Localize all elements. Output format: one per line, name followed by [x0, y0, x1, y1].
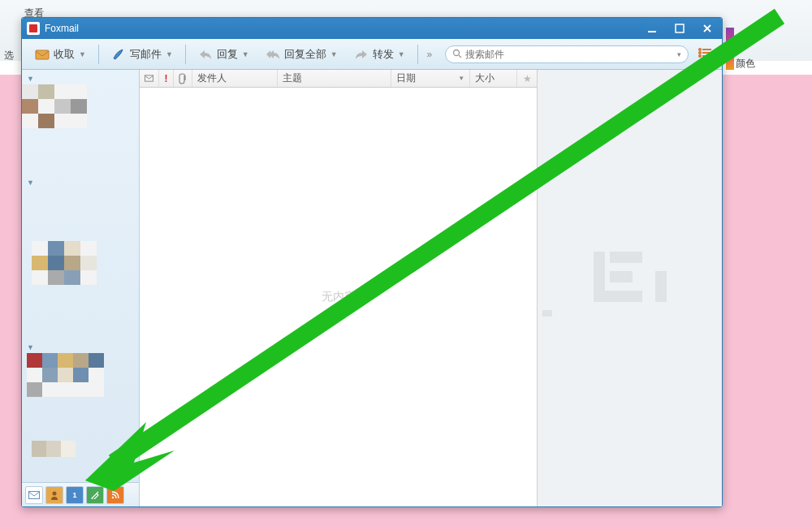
sidebar: ▼ ▼ ▼ [22, 70, 140, 506]
compose-label: 写邮件 [130, 47, 162, 62]
dropdown-icon: ▼ [398, 50, 405, 58]
forward-icon [354, 47, 369, 62]
toolbar: 收取 ▼ 写邮件 ▼ 回复 ▼ 回复全部 ▼ [22, 39, 722, 70]
preview-pane [538, 70, 722, 506]
column-headers: ! 发件人 主题 日期▼ 大小 ★ [140, 70, 537, 88]
contacts-tab-icon[interactable] [45, 486, 63, 504]
svg-rect-1 [676, 24, 684, 32]
dropdown-icon: ▼ [79, 50, 86, 58]
expand-icon: ▼ [27, 343, 34, 351]
account-list: ▼ ▼ ▼ [22, 70, 139, 482]
reply-label: 回复 [217, 47, 238, 62]
col-priority[interactable]: ! [159, 70, 174, 87]
svg-point-6 [699, 51, 701, 53]
search-box[interactable]: ▾ [445, 45, 689, 63]
minimize-button[interactable] [642, 22, 662, 35]
receive-button[interactable]: 收取 ▼ [28, 44, 93, 65]
forward-button[interactable]: 转发 ▼ [348, 44, 412, 65]
reply-icon [198, 47, 213, 62]
receive-label: 收取 [54, 47, 75, 62]
separator [417, 45, 418, 64]
dropdown-icon: ▼ [166, 50, 173, 58]
expand-icon: ▼ [27, 179, 34, 187]
mail-tab-icon[interactable] [25, 486, 43, 504]
bg-select-label: 选 [4, 49, 14, 62]
reply-all-label: 回复全部 [284, 47, 326, 62]
search-dropdown-icon[interactable]: ▾ [677, 50, 681, 58]
separator [185, 45, 186, 64]
bg-color-label: 颜色 [736, 57, 755, 71]
account-name-censored [27, 353, 139, 397]
account-item[interactable]: ▼ [22, 73, 139, 84]
svg-point-3 [454, 50, 460, 55]
forward-label: 转发 [373, 47, 394, 62]
reply-button[interactable]: 回复 ▼ [192, 44, 256, 65]
preview-decoration [542, 310, 552, 317]
window-title: Foxmail [45, 23, 642, 34]
svg-rect-0 [648, 31, 656, 32]
svg-point-8 [699, 54, 701, 56]
col-read-status[interactable] [140, 70, 159, 87]
svg-rect-10 [29, 491, 40, 498]
account-item[interactable]: ▼ [22, 177, 139, 188]
notes-tab-icon[interactable] [86, 486, 104, 504]
message-list-pane: ! 发件人 主题 日期▼ 大小 ★ 无内容 [140, 70, 538, 506]
dropdown-icon: ▼ [242, 50, 249, 58]
account-name-censored [32, 241, 139, 285]
account-name-censored [22, 84, 139, 128]
col-sender[interactable]: 发件人 [192, 70, 278, 87]
svg-point-11 [53, 491, 57, 495]
foxmail-window: Foxmail 收取 ▼ 写邮件 ▼ 回复 [21, 17, 723, 507]
separator [98, 45, 99, 64]
titlebar[interactable]: Foxmail [22, 18, 722, 39]
reply-all-button[interactable]: 回复全部 ▼ [259, 44, 344, 65]
col-attachment[interactable] [174, 70, 193, 87]
rss-tab-icon[interactable] [106, 486, 124, 504]
search-input[interactable] [465, 49, 674, 60]
app-icon [27, 22, 40, 35]
expand-icon: ▼ [27, 75, 34, 83]
sort-desc-icon: ▼ [458, 75, 464, 82]
svg-point-12 [112, 496, 114, 498]
svg-point-4 [699, 48, 701, 50]
empty-state: 无内容 [140, 88, 537, 506]
compose-button[interactable]: 写邮件 ▼ [105, 44, 179, 65]
account-item[interactable]: ▼ [22, 342, 139, 353]
foxmail-logo-watermark [594, 252, 667, 325]
pen-icon [111, 47, 126, 62]
dropdown-icon: ▼ [330, 50, 338, 58]
overflow-button[interactable]: » [424, 49, 436, 60]
bg-gradient-swatch [726, 28, 734, 70]
close-button[interactable] [698, 22, 717, 35]
reply-all-icon [266, 47, 280, 62]
account-name-censored [32, 441, 139, 457]
col-date[interactable]: 日期▼ [391, 70, 470, 87]
col-size[interactable]: 大小 [470, 70, 517, 87]
calendar-tab-icon[interactable]: 1 [66, 486, 84, 504]
sidebar-footer: 1 [22, 482, 139, 506]
svg-rect-2 [36, 50, 49, 59]
col-subject[interactable]: 主题 [278, 70, 391, 87]
view-list-button[interactable] [694, 44, 715, 65]
search-icon [452, 47, 462, 62]
envelope-icon [35, 47, 50, 62]
maximize-button[interactable] [670, 22, 689, 35]
col-star[interactable]: ★ [517, 70, 537, 87]
